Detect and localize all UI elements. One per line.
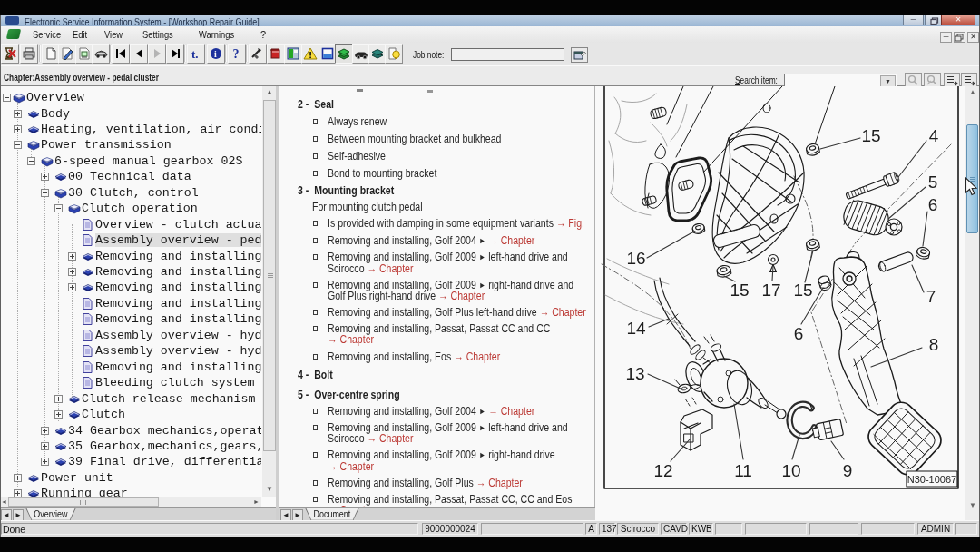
svg-text:9: 9 (843, 461, 853, 480)
svg-text:6: 6 (794, 324, 804, 343)
svg-text:?: ? (233, 47, 240, 61)
svg-text:8: 8 (929, 335, 939, 354)
svg-text:N30-10067: N30-10067 (907, 474, 956, 485)
svg-text:15: 15 (861, 126, 880, 145)
svg-text:14: 14 (626, 319, 646, 338)
svg-text:17: 17 (761, 281, 780, 300)
svg-text:12: 12 (653, 461, 672, 480)
svg-text:7: 7 (926, 287, 936, 306)
svg-text:16: 16 (626, 249, 645, 268)
svg-text:15: 15 (730, 281, 749, 300)
svg-text:t.: t. (191, 47, 199, 61)
svg-text:11: 11 (734, 461, 752, 480)
svg-text:6: 6 (928, 195, 938, 214)
svg-text:15: 15 (793, 281, 812, 300)
svg-text:13: 13 (625, 364, 644, 383)
svg-text:10: 10 (781, 461, 800, 480)
svg-text:i: i (214, 49, 217, 59)
svg-text:4: 4 (929, 126, 939, 145)
svg-text:5: 5 (928, 172, 938, 192)
